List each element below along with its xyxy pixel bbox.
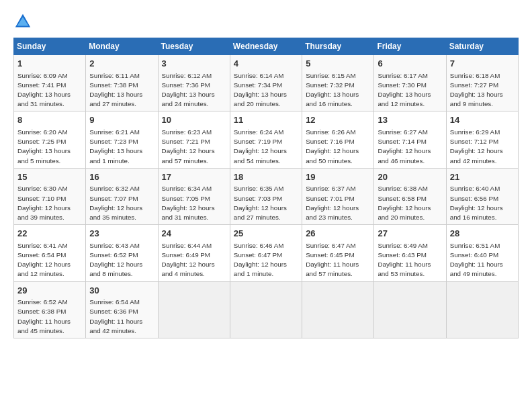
day-number: 20 (378, 171, 442, 183)
table-row: 4Sunrise: 6:14 AMSunset: 7:34 PMDaylight… (230, 55, 302, 111)
day-info: Sunrise: 6:11 AMSunset: 7:38 PMDaylight:… (89, 72, 142, 108)
day-info: Sunrise: 6:35 AMSunset: 7:03 PMDaylight:… (234, 185, 287, 221)
day-info: Sunrise: 6:46 AMSunset: 6:47 PMDaylight:… (234, 242, 287, 278)
day-info: Sunrise: 6:43 AMSunset: 6:52 PMDaylight:… (89, 242, 142, 278)
day-number: 10 (162, 114, 226, 126)
day-number: 29 (17, 285, 82, 297)
day-number: 5 (306, 58, 370, 70)
table-row: 10Sunrise: 6:23 AMSunset: 7:21 PMDayligh… (158, 111, 230, 168)
day-info: Sunrise: 6:29 AMSunset: 7:12 PMDaylight:… (450, 128, 503, 165)
table-row: 5Sunrise: 6:15 AMSunset: 7:32 PMDaylight… (302, 55, 374, 111)
day-number: 24 (162, 228, 226, 240)
table-row: 8Sunrise: 6:20 AMSunset: 7:25 PMDaylight… (14, 111, 86, 168)
col-wednesday: Wednesday (230, 38, 302, 55)
day-number: 12 (306, 114, 370, 126)
col-sunday: Sunday (14, 38, 86, 55)
day-info: Sunrise: 6:20 AMSunset: 7:25 PMDaylight:… (17, 128, 71, 165)
day-number: 8 (17, 114, 82, 126)
table-row: 6Sunrise: 6:17 AMSunset: 7:30 PMDaylight… (374, 55, 446, 111)
day-info: Sunrise: 6:30 AMSunset: 7:10 PMDaylight:… (17, 185, 71, 221)
col-tuesday: Tuesday (158, 38, 230, 55)
day-number: 14 (450, 114, 515, 126)
day-number: 27 (378, 228, 442, 240)
table-row: 25Sunrise: 6:46 AMSunset: 6:47 PMDayligh… (230, 225, 302, 281)
table-row: 1Sunrise: 6:09 AMSunset: 7:41 PMDaylight… (14, 55, 86, 111)
day-number: 18 (234, 171, 298, 183)
page: Sunday Monday Tuesday Wednesday Thursday… (0, 0, 532, 411)
calendar-table: Sunday Monday Tuesday Wednesday Thursday… (13, 38, 519, 338)
day-number: 17 (162, 171, 226, 183)
logo-icon (13, 12, 32, 31)
day-number: 25 (234, 228, 298, 240)
table-row: 24Sunrise: 6:44 AMSunset: 6:49 PMDayligh… (158, 225, 230, 281)
calendar-week: 1Sunrise: 6:09 AMSunset: 7:41 PMDaylight… (14, 55, 519, 111)
day-number: 22 (17, 228, 82, 240)
table-row: 22Sunrise: 6:41 AMSunset: 6:54 PMDayligh… (14, 225, 86, 281)
day-info: Sunrise: 6:17 AMSunset: 7:30 PMDaylight:… (378, 72, 431, 108)
table-row: 14Sunrise: 6:29 AMSunset: 7:12 PMDayligh… (446, 111, 518, 168)
table-row: 27Sunrise: 6:49 AMSunset: 6:43 PMDayligh… (374, 225, 446, 281)
day-number: 1 (17, 58, 82, 70)
table-row: 12Sunrise: 6:26 AMSunset: 7:16 PMDayligh… (302, 111, 374, 168)
day-info: Sunrise: 6:12 AMSunset: 7:36 PMDaylight:… (162, 72, 215, 108)
table-row (302, 281, 374, 338)
day-info: Sunrise: 6:23 AMSunset: 7:21 PMDaylight:… (162, 128, 215, 165)
day-number: 28 (450, 228, 515, 240)
day-info: Sunrise: 6:47 AMSunset: 6:45 PMDaylight:… (306, 242, 359, 278)
day-number: 7 (450, 58, 515, 70)
table-row: 2Sunrise: 6:11 AMSunset: 7:38 PMDaylight… (86, 55, 158, 111)
day-info: Sunrise: 6:15 AMSunset: 7:32 PMDaylight:… (306, 72, 359, 108)
calendar-week: 15Sunrise: 6:30 AMSunset: 7:10 PMDayligh… (14, 168, 519, 224)
table-row: 28Sunrise: 6:51 AMSunset: 6:40 PMDayligh… (446, 225, 518, 281)
day-number: 30 (89, 285, 154, 297)
table-row: 13Sunrise: 6:27 AMSunset: 7:14 PMDayligh… (374, 111, 446, 168)
day-number: 19 (306, 171, 370, 183)
table-row: 11Sunrise: 6:24 AMSunset: 7:19 PMDayligh… (230, 111, 302, 168)
day-info: Sunrise: 6:49 AMSunset: 6:43 PMDaylight:… (378, 242, 431, 278)
col-friday: Friday (374, 38, 446, 55)
calendar-week: 29Sunrise: 6:52 AMSunset: 6:38 PMDayligh… (14, 281, 519, 338)
day-info: Sunrise: 6:38 AMSunset: 6:58 PMDaylight:… (378, 185, 431, 221)
table-row: 3Sunrise: 6:12 AMSunset: 7:36 PMDaylight… (158, 55, 230, 111)
day-number: 9 (89, 114, 154, 126)
day-info: Sunrise: 6:34 AMSunset: 7:05 PMDaylight:… (162, 185, 215, 221)
table-row: 23Sunrise: 6:43 AMSunset: 6:52 PMDayligh… (86, 225, 158, 281)
day-number: 21 (450, 171, 515, 183)
day-info: Sunrise: 6:18 AMSunset: 7:27 PMDaylight:… (450, 72, 503, 108)
table-row (158, 281, 230, 338)
day-info: Sunrise: 6:52 AMSunset: 6:38 PMDaylight:… (17, 298, 71, 334)
col-thursday: Thursday (302, 38, 374, 55)
day-number: 23 (89, 228, 154, 240)
col-monday: Monday (86, 38, 158, 55)
day-number: 15 (17, 171, 82, 183)
table-row (230, 281, 302, 338)
day-number: 13 (378, 114, 442, 126)
day-number: 2 (89, 58, 154, 70)
day-info: Sunrise: 6:32 AMSunset: 7:07 PMDaylight:… (89, 185, 142, 221)
table-row: 21Sunrise: 6:40 AMSunset: 6:56 PMDayligh… (446, 168, 518, 224)
day-number: 16 (89, 171, 154, 183)
table-row (374, 281, 446, 338)
day-number: 6 (378, 58, 442, 70)
day-info: Sunrise: 6:40 AMSunset: 6:56 PMDaylight:… (450, 185, 503, 221)
day-info: Sunrise: 6:41 AMSunset: 6:54 PMDaylight:… (17, 242, 71, 278)
day-info: Sunrise: 6:27 AMSunset: 7:14 PMDaylight:… (378, 128, 431, 165)
table-row: 30Sunrise: 6:54 AMSunset: 6:36 PMDayligh… (86, 281, 158, 338)
logo (13, 12, 35, 31)
day-info: Sunrise: 6:37 AMSunset: 7:01 PMDaylight:… (306, 185, 359, 221)
header (13, 12, 519, 31)
day-info: Sunrise: 6:54 AMSunset: 6:36 PMDaylight:… (89, 298, 142, 334)
day-info: Sunrise: 6:09 AMSunset: 7:41 PMDaylight:… (17, 72, 71, 108)
day-info: Sunrise: 6:14 AMSunset: 7:34 PMDaylight:… (234, 72, 287, 108)
table-row: 7Sunrise: 6:18 AMSunset: 7:27 PMDaylight… (446, 55, 518, 111)
table-row: 16Sunrise: 6:32 AMSunset: 7:07 PMDayligh… (86, 168, 158, 224)
table-row: 26Sunrise: 6:47 AMSunset: 6:45 PMDayligh… (302, 225, 374, 281)
col-saturday: Saturday (446, 38, 518, 55)
header-row: Sunday Monday Tuesday Wednesday Thursday… (14, 38, 519, 55)
day-info: Sunrise: 6:51 AMSunset: 6:40 PMDaylight:… (450, 242, 503, 278)
day-number: 3 (162, 58, 226, 70)
table-row: 29Sunrise: 6:52 AMSunset: 6:38 PMDayligh… (14, 281, 86, 338)
table-row: 19Sunrise: 6:37 AMSunset: 7:01 PMDayligh… (302, 168, 374, 224)
table-row: 18Sunrise: 6:35 AMSunset: 7:03 PMDayligh… (230, 168, 302, 224)
day-info: Sunrise: 6:44 AMSunset: 6:49 PMDaylight:… (162, 242, 215, 278)
